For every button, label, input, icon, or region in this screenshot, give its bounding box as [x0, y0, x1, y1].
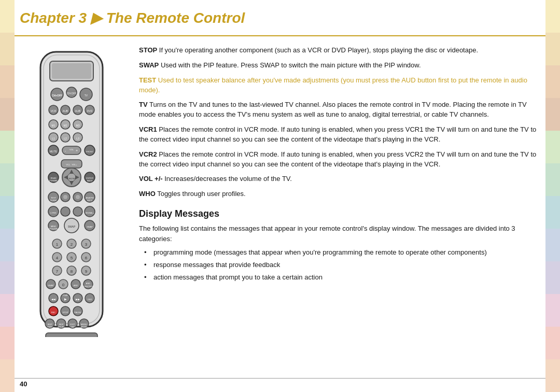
svg-text:8: 8: [71, 269, 73, 274]
svg-text:4: 4: [56, 256, 59, 260]
svg-text:DVD: DVD: [87, 109, 93, 113]
svg-text:FORMAT: FORMAT: [49, 179, 58, 182]
svg-text:BASS: BASS: [87, 179, 93, 182]
swap-key: SWAP: [139, 61, 159, 69]
svg-text:AUB: AUB: [75, 109, 81, 113]
svg-text:L3: L3: [76, 137, 79, 140]
svg-text:SWAP: SWAP: [87, 226, 93, 228]
content-area: CH+OFF CH·OFF TV VCR AUB AUB DVD M1 M2: [15, 41, 545, 376]
vol-entry: VOL +/- Increases/decreases the volume o…: [139, 174, 540, 184]
svg-text:STOP: STOP: [63, 311, 68, 314]
svg-text:PAUSE: PAUSE: [74, 311, 81, 314]
svg-text:9: 9: [85, 269, 88, 274]
svg-text:FUNCTION: FUNCTION: [83, 285, 94, 288]
display-messages-intro: The following list contains the messages…: [139, 223, 540, 244]
svg-point-66: [73, 207, 82, 216]
svg-text:▶▶: ▶▶: [76, 298, 80, 301]
svg-text:VOL: VOL: [69, 148, 74, 151]
svg-text:SAT: SAT: [71, 326, 75, 328]
who-text: Toggles through user profiles.: [156, 190, 246, 198]
svg-text:6: 6: [85, 256, 88, 260]
who-key: WHO: [139, 190, 156, 198]
svg-text:3: 3: [85, 242, 88, 247]
svg-text:VCR: VCR: [51, 109, 57, 113]
svg-text:FWD: FWD: [47, 326, 52, 328]
svg-text:VCL - VOL+: VCL - VOL+: [66, 163, 77, 166]
list-item: programming mode (messages that appear w…: [144, 248, 540, 258]
stop-key: STOP: [139, 46, 157, 54]
svg-text:INFO: INFO: [87, 199, 92, 202]
svg-text:M1: M1: [52, 124, 55, 127]
svg-text:MUTE: MUTE: [50, 150, 58, 153]
svg-text:5: 5: [71, 256, 73, 260]
vcr1-entry: VCR1 Places the remote control in VCR mo…: [139, 125, 540, 145]
svg-text:2: 2: [71, 242, 73, 247]
list-item: response messages that provide feedback: [144, 260, 540, 270]
svg-text:◀◀: ◀◀: [51, 298, 55, 301]
svg-text:LYRIX: LYRIX: [50, 212, 57, 214]
svg-text:DELAY: DELAY: [58, 326, 65, 328]
svg-text:AUB: AUB: [63, 109, 68, 113]
vcr2-entry: VCR2 Places the remote control in VCR mo…: [139, 150, 540, 170]
vcr2-key: VCR2: [139, 150, 157, 158]
bottom-rule: [15, 378, 545, 379]
svg-text:CH·OFF: CH·OFF: [67, 92, 77, 95]
test-key: TEST: [139, 76, 156, 84]
left-decorative-bars: [0, 0, 15, 392]
page-number: 40: [20, 380, 27, 388]
bullet-list: programming mode (messages that appear w…: [144, 248, 540, 283]
vcr1-key: VCR1: [139, 125, 157, 133]
svg-text:AND: AND: [74, 284, 78, 287]
remote-control-area: CH+OFF CH·OFF TV VCR AUB AUB DVD M1 M2: [15, 41, 129, 376]
svg-text:SWAP: SWAP: [48, 284, 54, 287]
svg-text:FRONT: FRONT: [86, 150, 93, 153]
vcr2-text: Places the remote control in VCR mode. I…: [139, 150, 536, 168]
list-item: action messages that prompt you to take …: [144, 273, 540, 283]
swap-text: Used with the PIP feature. Press SWAP to…: [159, 61, 421, 69]
svg-text:PLAY: PLAY: [63, 294, 68, 297]
stop-entry: STOP If you're operating another compone…: [139, 46, 540, 55]
svg-text:L2: L2: [64, 137, 67, 140]
swap-entry: SWAP Used with the PIP feature. Press SW…: [139, 61, 540, 71]
right-decorative-bars: [545, 0, 560, 392]
tv-entry: TV Turns on the TV and tunes to the last…: [139, 100, 540, 120]
tv-key: TV: [139, 101, 148, 108]
chapter-heading: Chapter 3 ▶ The Remote Control: [20, 9, 245, 26]
svg-rect-3: [52, 63, 91, 79]
display-messages-heading: Display Messages: [139, 208, 540, 219]
svg-point-65: [61, 207, 70, 216]
test-text: Used to test speaker balance after you'v…: [139, 76, 527, 94]
svg-text:▶: ▶: [64, 298, 67, 301]
svg-text:OSD: OSD: [88, 298, 92, 301]
svg-text:CENTER: CENTER: [67, 177, 76, 180]
vol-key: VOL +/-: [139, 175, 163, 183]
who-entry: WHO Toggles through user profiles.: [139, 189, 540, 199]
svg-point-58: [63, 195, 67, 199]
vcr1-text: Places the remote control in VCR mode. I…: [139, 125, 536, 143]
svg-text:0: 0: [62, 283, 65, 287]
svg-text:REC: REC: [51, 311, 56, 314]
svg-text:CH+OFF: CH+OFF: [66, 337, 77, 337]
svg-text:M2: M2: [64, 124, 67, 127]
svg-text:TV: TV: [85, 94, 88, 97]
svg-text:MODE: MODE: [81, 326, 87, 328]
svg-text:CH+OFF: CH+OFF: [52, 94, 62, 97]
tv-text: Turns on the TV and tunes to the last-vi…: [139, 101, 527, 118]
text-content: STOP If you're operating another compone…: [129, 41, 545, 376]
svg-text:AND: AND: [86, 282, 91, 285]
stop-text: If you're operating another component (s…: [157, 46, 478, 54]
svg-text:SIGNAL+: SIGNAL+: [85, 212, 94, 214]
svg-text:1: 1: [56, 242, 59, 247]
svg-text:SWAP: SWAP: [68, 225, 76, 228]
remote-control-image: CH+OFF CH·OFF TV VCR AUB AUB DVD M1 M2: [30, 47, 113, 337]
vol-text: Increases/decreases the volume of the TV…: [163, 175, 292, 183]
test-entry: TEST Used to test speaker balance after …: [139, 76, 540, 95]
svg-text:PROGRAM: PROGRAM: [48, 228, 59, 230]
svg-text:L1: L1: [52, 137, 55, 140]
top-rule: [15, 35, 545, 36]
svg-text:+: +: [76, 149, 78, 152]
svg-text:7: 7: [56, 269, 59, 274]
svg-text:M3: M3: [76, 124, 80, 127]
svg-point-59: [76, 195, 80, 199]
svg-text:GUIDE: GUIDE: [50, 199, 57, 202]
